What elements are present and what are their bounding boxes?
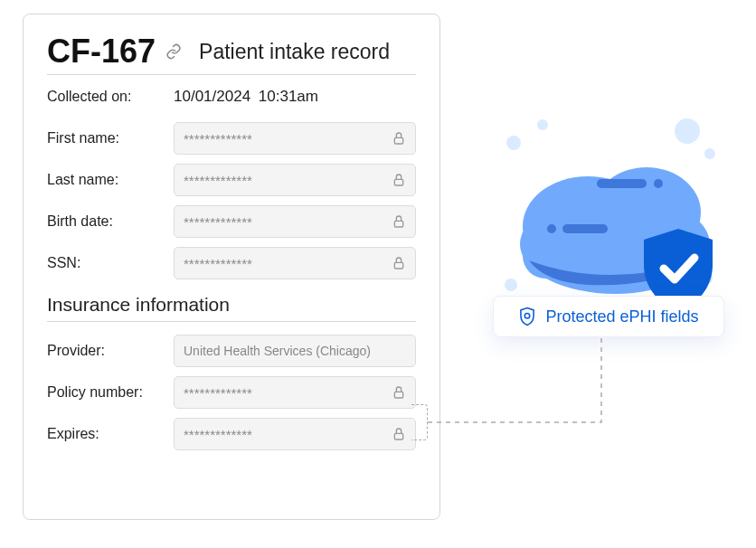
- ssn-field[interactable]: *************: [174, 247, 416, 279]
- connector-line: [411, 335, 619, 434]
- expires-row: Expires: *************: [47, 418, 416, 450]
- lock-icon: [392, 173, 406, 187]
- birth-date-row: Birth date: *************: [47, 205, 416, 238]
- svg-rect-17: [597, 179, 647, 188]
- insurance-section-title: Insurance information: [47, 294, 416, 322]
- lock-icon: [392, 256, 406, 270]
- svg-rect-0: [394, 137, 402, 144]
- svg-point-6: [506, 136, 521, 150]
- ssn-value: *************: [184, 256, 252, 271]
- policy-value: *************: [184, 385, 252, 401]
- card-header: CF-167 Patient intake record: [47, 33, 416, 75]
- birth-date-field[interactable]: *************: [174, 205, 416, 238]
- link-icon[interactable]: [165, 43, 183, 61]
- first-name-label: First name:: [47, 130, 174, 146]
- svg-rect-19: [562, 224, 608, 233]
- birth-date-label: Birth date:: [47, 213, 174, 230]
- svg-rect-3: [394, 262, 402, 269]
- lock-icon: [392, 385, 406, 400]
- svg-rect-2: [394, 221, 402, 227]
- last-name-value: *************: [184, 173, 252, 188]
- provider-row: Provider: United Health Services (Chicag…: [47, 335, 416, 367]
- last-name-label: Last name:: [47, 172, 174, 188]
- svg-point-9: [704, 148, 715, 159]
- svg-point-10: [505, 279, 517, 291]
- last-name-row: Last name: *************: [47, 164, 416, 196]
- svg-point-21: [525, 313, 531, 318]
- collected-row: Collected on: 10/01/2024 10:31am: [47, 88, 416, 106]
- patient-record-card: CF-167 Patient intake record Collected o…: [23, 14, 440, 520]
- first-name-field[interactable]: *************: [174, 122, 416, 155]
- policy-field[interactable]: *************: [174, 376, 416, 409]
- svg-rect-5: [394, 433, 402, 439]
- policy-label: Policy number:: [47, 384, 174, 401]
- svg-point-8: [675, 118, 700, 144]
- last-name-field[interactable]: *************: [174, 164, 416, 196]
- svg-rect-1: [394, 179, 402, 185]
- provider-label: Provider:: [47, 343, 174, 359]
- collected-label: Collected on:: [47, 89, 174, 105]
- collected-value: 10/01/2024 10:31am: [174, 88, 318, 106]
- provider-field[interactable]: United Health Services (Chicago): [174, 335, 416, 367]
- svg-point-18: [654, 179, 663, 188]
- record-title: Patient intake record: [199, 40, 390, 64]
- birth-date-value: *************: [184, 214, 252, 230]
- expires-field[interactable]: *************: [174, 418, 416, 450]
- dashed-bracket: [411, 404, 428, 440]
- lock-icon: [392, 427, 406, 441]
- record-id: CF-167: [47, 33, 156, 71]
- shield-icon: [518, 307, 536, 326]
- ssn-label: SSN:: [47, 255, 174, 271]
- lock-icon: [392, 214, 406, 229]
- policy-row: Policy number: *************: [47, 376, 416, 409]
- svg-point-20: [547, 224, 556, 233]
- protected-ephi-badge: Protected ePHI fields: [493, 296, 724, 337]
- expires-value: *************: [184, 427, 252, 442]
- first-name-row: First name: *************: [47, 122, 416, 155]
- first-name-value: *************: [184, 131, 252, 146]
- ssn-row: SSN: *************: [47, 247, 416, 279]
- svg-rect-4: [394, 392, 402, 398]
- svg-point-7: [537, 119, 548, 130]
- protected-ephi-text: Protected ePHI fields: [545, 307, 698, 326]
- expires-label: Expires:: [47, 426, 174, 442]
- provider-value: United Health Services (Chicago): [184, 344, 371, 358]
- lock-icon: [392, 131, 406, 146]
